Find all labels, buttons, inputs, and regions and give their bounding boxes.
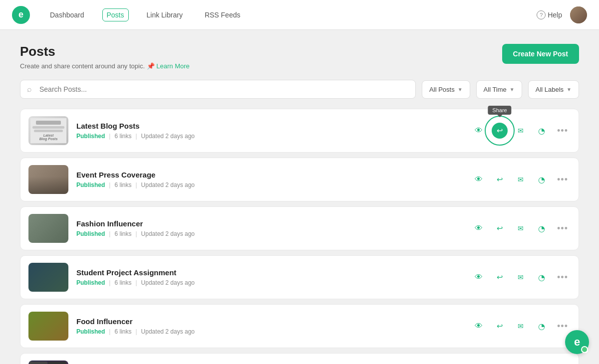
table-row: Food Influencer Published | 6 links | Up… [20, 304, 579, 348]
post-info: Latest Blog Posts Published | 6 links | … [76, 122, 463, 140]
eye-icon: 👁 [475, 224, 483, 233]
post-meta: Published | 6 links | Updated 2 days ago [76, 133, 463, 140]
analytics-button[interactable]: ◔ [534, 269, 550, 285]
eye-icon: 👁 [475, 322, 483, 331]
view-button[interactable]: 👁 [471, 123, 487, 139]
learn-more-link[interactable]: Learn More [156, 62, 189, 70]
chart-icon: ◔ [538, 126, 545, 136]
analytics-button[interactable]: ◔ [534, 318, 550, 334]
more-icon: ••• [557, 272, 568, 283]
eye-icon: 👁 [475, 126, 483, 135]
share-button[interactable]: ↩ [492, 269, 508, 285]
table-row: Event Press Coverage Published | 6 links… [20, 158, 579, 201]
all-labels-filter[interactable]: All Labels ▼ [528, 80, 579, 99]
email-button[interactable]: ✉ [513, 318, 529, 334]
share-button[interactable]: ↩ [492, 318, 508, 334]
email-button[interactable]: ✉ [513, 172, 529, 187]
chevron-down-icon: ▼ [510, 87, 515, 92]
chevron-down-icon: ▼ [458, 87, 463, 92]
more-icon: ••• [557, 126, 568, 136]
more-button[interactable]: ••• [555, 220, 571, 236]
nav-dashboard[interactable]: Dashboard [46, 9, 88, 21]
help-button[interactable]: ? Help [537, 10, 562, 19]
more-icon: ••• [557, 223, 568, 234]
eye-icon: 👁 [475, 175, 483, 184]
nav-rss-feeds[interactable]: RSS Feeds [201, 9, 245, 21]
chart-icon: ◔ [538, 273, 545, 282]
post-title: Student Project Assignment [76, 268, 463, 277]
page-title-area: Posts Create and share content around an… [20, 44, 190, 70]
all-time-filter[interactable]: All Time ▼ [476, 80, 522, 99]
more-icon: ••• [557, 175, 568, 185]
post-thumbnail [28, 214, 68, 243]
view-button[interactable]: 👁 [471, 269, 487, 285]
post-actions: 👁 ↩ ✉ ◔ ••• [471, 220, 571, 236]
post-thumbnail [28, 312, 68, 341]
table-row: News Research Published 👁 ↩ ✉ ◔ ••• [20, 353, 579, 364]
analytics-button[interactable]: ◔ [534, 220, 550, 236]
nav-posts[interactable]: Posts [102, 8, 129, 21]
more-button[interactable]: ••• [555, 123, 571, 139]
bottom-logo[interactable]: e [565, 330, 589, 354]
post-actions: 👁 ↩ ✉ ◔ ••• [471, 318, 571, 334]
view-button[interactable]: 👁 [471, 318, 487, 334]
post-info: Food Influencer Published | 6 links | Up… [76, 317, 463, 335]
navbar: e Dashboard Posts Link Library RSS Feeds… [0, 0, 599, 30]
search-input[interactable] [20, 80, 416, 99]
chart-icon: ◔ [538, 224, 545, 233]
mail-icon: ✉ [518, 322, 524, 330]
analytics-button[interactable]: ◔ [534, 123, 550, 139]
post-meta: Published | 6 links | Updated 2 days ago [76, 182, 463, 188]
search-wrap: ⌕ [20, 80, 416, 99]
post-thumbnail [28, 165, 68, 194]
chart-icon: ◔ [538, 322, 545, 331]
post-info: Student Project Assignment Published | 6… [76, 268, 463, 286]
post-actions: 👁 ↩ ✉ ◔ ••• [471, 172, 571, 187]
share-icon: ↩ [497, 273, 503, 282]
chevron-down-icon: ▼ [567, 87, 572, 92]
page-header: Posts Create and share content around an… [20, 44, 579, 70]
email-button[interactable]: ✉ [513, 269, 529, 285]
chart-icon: ◔ [538, 175, 545, 184]
share-icon: ↩ [497, 175, 503, 184]
more-button[interactable]: ••• [555, 172, 571, 187]
post-title: Food Influencer [76, 317, 463, 326]
eye-icon: 👁 [475, 273, 483, 282]
post-thumbnail [28, 361, 68, 364]
posts-list: LatestBlog Posts Latest Blog Posts Publi… [20, 109, 579, 364]
table-row: Fashion Influencer Published | 6 links |… [20, 206, 579, 250]
nav-right: ? Help [537, 6, 587, 23]
view-button[interactable]: 👁 [471, 172, 487, 187]
post-actions: 👁 ↩ ✉ ◔ ••• [471, 269, 571, 285]
email-button[interactable]: ✉ [513, 123, 529, 139]
page-title: Posts [20, 44, 190, 59]
share-icon: ↩ [497, 126, 503, 135]
post-info: Event Press Coverage Published | 6 links… [76, 171, 463, 188]
status-badge: Published [76, 230, 105, 237]
app-logo[interactable]: e [12, 6, 30, 24]
more-icon: ••• [557, 321, 568, 332]
share-button[interactable]: ↩ [492, 220, 508, 236]
more-button[interactable]: ••• [555, 318, 571, 334]
avatar[interactable] [570, 6, 587, 23]
share-button[interactable]: ↩ [492, 123, 508, 139]
post-thumbnail [28, 263, 68, 292]
post-title: Latest Blog Posts [76, 122, 463, 130]
status-badge: Published [76, 279, 105, 286]
view-button[interactable]: 👁 [471, 220, 487, 236]
analytics-button[interactable]: ◔ [534, 172, 550, 187]
nav-links: Dashboard Posts Link Library RSS Feeds [46, 8, 521, 21]
post-meta: Published | 6 links | Updated 2 days ago [76, 279, 463, 286]
filters-bar: ⌕ All Posts ▼ All Time ▼ All Labels ▼ [20, 80, 579, 99]
post-actions: 👁 Share ↩ ✉ ◔ [471, 123, 571, 139]
all-posts-filter[interactable]: All Posts ▼ [422, 80, 470, 99]
email-button[interactable]: ✉ [513, 220, 529, 236]
status-badge: Published [76, 182, 105, 188]
share-button[interactable]: ↩ [492, 172, 508, 187]
table-row: LatestBlog Posts Latest Blog Posts Publi… [20, 109, 579, 153]
create-new-post-button[interactable]: Create New Post [502, 44, 579, 64]
share-icon: ↩ [497, 224, 503, 233]
nav-link-library[interactable]: Link Library [143, 9, 187, 21]
post-meta: Published | 6 links | Updated 2 days ago [76, 328, 463, 335]
more-button[interactable]: ••• [555, 269, 571, 285]
